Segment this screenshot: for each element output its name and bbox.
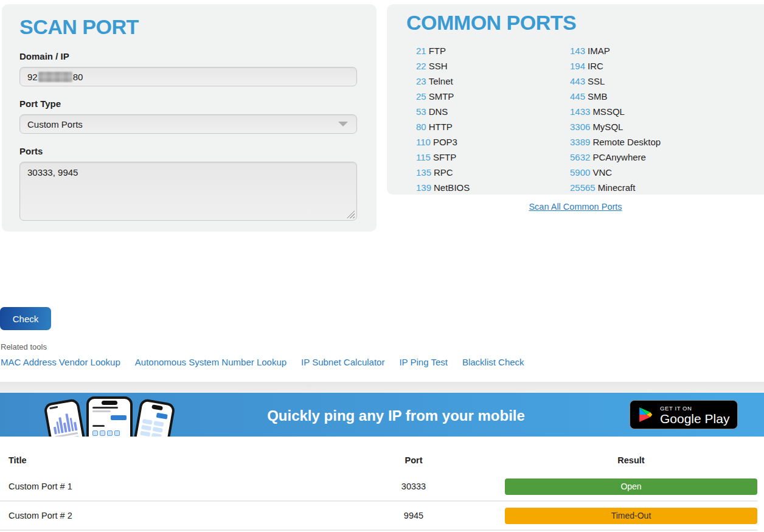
list-item: 25565Minecraft [570, 180, 661, 195]
list-item: 23Telnet [416, 74, 570, 89]
google-play-badge[interactable]: GET IT ON Google Play [630, 400, 738, 429]
row-port: 30333 [322, 482, 505, 491]
list-item: 3306MySQL [570, 119, 661, 134]
table-row: Custom Port # 2 9945 Timed-Out [0, 502, 757, 531]
port-name: SMTP [429, 91, 454, 102]
domain-ip-value-prefix: 92 [27, 72, 38, 82]
port-name: NetBIOS [434, 182, 470, 193]
related-tools-links: MAC Address Vendor Lookup Autonomous Sys… [1, 357, 524, 367]
google-play-text: GET IT ON Google Play [660, 405, 729, 425]
port-link[interactable]: 3306 [570, 122, 590, 132]
mobile-app-banner: Quickly ping any IP from your mobile GET… [0, 393, 764, 437]
domain-ip-input[interactable]: 9280 [19, 67, 357, 86]
common-ports-panel: COMMON PORTS 21FTP 22SSH 23Telnet 25SMTP… [387, 4, 764, 195]
list-item: 135RPC [416, 165, 570, 180]
list-item: 194IRC [570, 58, 661, 74]
page: SCAN PORT Domain / IP 9280 Port Type Cus… [0, 0, 764, 532]
link-ip-ping-test[interactable]: IP Ping Test [399, 357, 448, 367]
list-item: 445SMB [570, 89, 661, 104]
port-link[interactable]: 1433 [570, 106, 590, 117]
common-ports-column-1: 21FTP 22SSH 23Telnet 25SMTP 53DNS 80HTTP… [406, 43, 570, 195]
port-name: MySQL [592, 122, 623, 132]
status-badge: Open [505, 478, 757, 495]
google-play-line2: Google Play [660, 412, 729, 425]
port-name: MSSQL [592, 106, 625, 117]
common-ports-title: COMMON PORTS [406, 11, 764, 35]
port-link[interactable]: 143 [570, 46, 585, 56]
port-name: SSL [588, 76, 605, 86]
port-name: RPC [434, 167, 453, 178]
port-link[interactable]: 194 [570, 61, 585, 71]
list-item: 80HTTP [416, 119, 570, 134]
row-port: 9945 [322, 511, 505, 520]
port-name: POP3 [433, 137, 457, 147]
status-badge: Timed-Out [505, 508, 757, 524]
header-port: Port [322, 455, 505, 465]
header-result: Result [505, 455, 757, 465]
ports-value: 30333, 9945 [27, 167, 78, 178]
link-asn-lookup[interactable]: Autonomous System Number Lookup [135, 357, 286, 367]
port-name: PCAnywhere [592, 152, 646, 162]
port-name: SMB [588, 91, 608, 102]
check-button[interactable]: Check [0, 307, 51, 330]
port-link[interactable]: 23 [416, 76, 426, 86]
port-type-selected-value: Custom Ports [27, 119, 83, 130]
port-link[interactable]: 445 [570, 91, 585, 102]
scan-all-wrapper: Scan All Common Ports [387, 201, 764, 212]
port-type-select[interactable]: Custom Ports [19, 114, 357, 134]
port-link[interactable]: 3389 [570, 137, 590, 147]
port-name: IMAP [588, 46, 610, 56]
port-link[interactable]: 80 [416, 122, 426, 132]
list-item: 110POP3 [416, 134, 570, 150]
scan-results-table: Title Port Result Custom Port # 1 30333 … [0, 448, 757, 531]
list-item: 139NetBIOS [416, 180, 570, 195]
link-blacklist-check[interactable]: Blacklist Check [462, 357, 524, 367]
port-link[interactable]: 25 [416, 91, 426, 102]
list-item: 5632PCAnywhere [570, 150, 661, 165]
list-item: 143IMAP [570, 43, 661, 58]
port-link[interactable]: 135 [416, 167, 431, 178]
port-link[interactable]: 53 [416, 106, 426, 117]
port-link[interactable]: 22 [416, 61, 426, 71]
port-name: IRC [588, 61, 603, 71]
resize-handle-icon[interactable] [347, 210, 355, 218]
port-link[interactable]: 5632 [570, 152, 590, 162]
domain-ip-redacted-blur [38, 72, 72, 82]
port-link[interactable]: 115 [416, 152, 431, 162]
port-name: HTTP [429, 122, 453, 132]
common-ports-column-2: 143IMAP 194IRC 443SSL 445SMB 1433MSSQL 3… [570, 43, 661, 195]
common-ports-list: 21FTP 22SSH 23Telnet 25SMTP 53DNS 80HTTP… [406, 43, 764, 195]
list-item: 22SSH [416, 58, 570, 74]
phone-mockup-center [86, 396, 133, 437]
port-name: VNC [592, 167, 612, 178]
list-item: 443SSL [570, 74, 661, 89]
port-name: SFTP [433, 152, 456, 162]
port-link[interactable]: 139 [416, 182, 431, 193]
row-title: Custom Port # 1 [0, 482, 322, 491]
port-link[interactable]: 25565 [570, 182, 596, 193]
scan-all-common-ports-link[interactable]: Scan All Common Ports [529, 202, 622, 212]
header-title: Title [0, 455, 322, 465]
port-link[interactable]: 21 [416, 46, 426, 56]
port-name: Telnet [429, 76, 453, 86]
list-item: 1433MSSQL [570, 104, 661, 119]
scan-port-title: SCAN PORT [19, 15, 359, 39]
list-item: 53DNS [416, 104, 570, 119]
port-name: FTP [429, 46, 446, 56]
list-item: 115SFTP [416, 150, 570, 165]
section-divider-strip [0, 382, 764, 393]
port-name: DNS [429, 106, 448, 117]
related-tools-heading: Related tools [1, 342, 47, 351]
port-link[interactable]: 110 [416, 137, 431, 147]
ports-textarea[interactable]: 30333, 9945 [19, 162, 357, 221]
port-name: SSH [429, 61, 448, 71]
link-ip-subnet-calculator[interactable]: IP Subnet Calculator [301, 357, 384, 367]
link-mac-address-vendor-lookup[interactable]: MAC Address Vendor Lookup [1, 357, 120, 367]
table-row: Custom Port # 1 30333 Open [0, 472, 757, 502]
port-link[interactable]: 5900 [570, 167, 590, 178]
port-link[interactable]: 443 [570, 76, 585, 86]
list-item: 3389Remote Desktop [570, 134, 661, 150]
list-item: 5900VNC [570, 165, 661, 180]
ports-label: Ports [19, 146, 359, 156]
port-name: Minecraft [598, 182, 636, 193]
